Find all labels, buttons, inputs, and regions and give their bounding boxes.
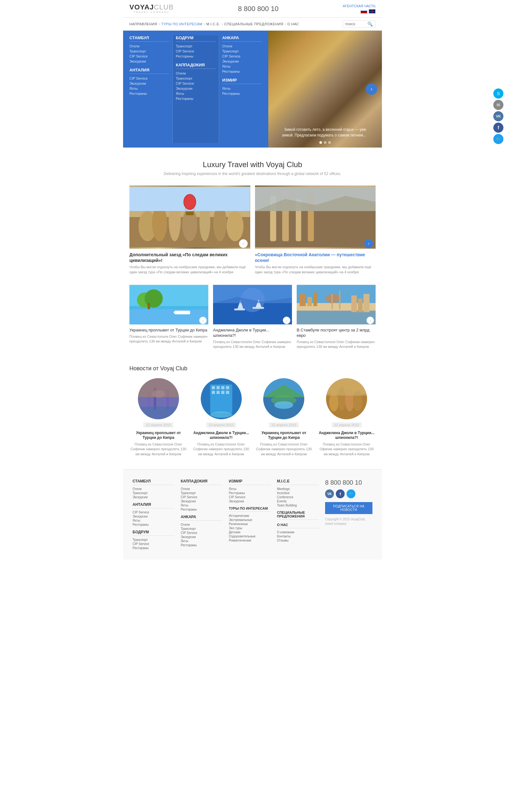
footer-link[interactable]: CIP Service bbox=[181, 531, 223, 535]
footer-link[interactable]: Яхты bbox=[181, 539, 223, 543]
news-card-2[interactable]: Анджелина Джоли в Турции... шпионила?! П… bbox=[213, 284, 292, 349]
dropdown-link[interactable]: CIP Service bbox=[176, 81, 215, 86]
footer-link[interactable]: Исторические bbox=[229, 514, 271, 518]
footer-link[interactable]: Экскурсии bbox=[229, 499, 271, 503]
dropdown-link[interactable]: Экскурсии bbox=[129, 81, 169, 86]
footer-link[interactable]: Эко туры bbox=[229, 526, 271, 530]
footer-link[interactable]: Events bbox=[277, 499, 319, 503]
dropdown-link[interactable]: Транспорт bbox=[176, 76, 215, 81]
footer-link[interactable]: Транспорт bbox=[133, 538, 175, 542]
footer-link[interactable]: Детские bbox=[229, 530, 271, 534]
footer-link[interactable]: О компании bbox=[277, 530, 319, 534]
voyaj-card-4[interactable]: 22 апреля 2015 Анджелина Джоли в Турции.… bbox=[318, 378, 376, 457]
dropdown-link[interactable]: Рестораны bbox=[222, 91, 262, 96]
dropdown-link[interactable]: Отели bbox=[222, 43, 262, 49]
nav-item-directions[interactable]: НАПРАВЛЕНИЯ bbox=[129, 22, 157, 26]
voyaj-card-2[interactable]: 22 апреля 2015 Анджелина Джоли в Турции.… bbox=[192, 378, 250, 457]
footer-link[interactable]: Meetings bbox=[277, 487, 319, 491]
news-arrow-2[interactable]: › bbox=[283, 317, 290, 324]
footer-link[interactable]: Incentive bbox=[277, 491, 319, 495]
footer-link[interactable]: Экскурсии bbox=[181, 499, 223, 503]
dropdown-link[interactable]: Транспорт bbox=[222, 49, 262, 54]
news-card-3[interactable]: В Стамбуле построят центр за 2 млрд евро… bbox=[297, 284, 376, 349]
dropdown-link[interactable]: Экскурсии bbox=[129, 59, 169, 64]
footer-link[interactable]: Рестораны bbox=[181, 543, 223, 547]
voyaj-card-3[interactable]: 22 апреля 2015 Украинец проплывет от Тур… bbox=[255, 378, 313, 457]
footer-link[interactable]: Отзывы bbox=[277, 539, 319, 543]
dot-2[interactable] bbox=[324, 141, 326, 144]
news-arrow-3[interactable]: › bbox=[366, 317, 374, 324]
agent-link[interactable]: АГЕНТСКАЯ ЧАСТЬ bbox=[343, 4, 376, 8]
dropdown-link[interactable]: CIP Service bbox=[129, 54, 169, 59]
footer-link[interactable]: Рестораны bbox=[133, 546, 175, 550]
dot-3[interactable] bbox=[328, 141, 331, 144]
nav-item-mice[interactable]: M.I.C.E. bbox=[206, 22, 220, 26]
footer-link[interactable]: Экскурсии bbox=[133, 514, 175, 518]
footer-link[interactable]: Экскурсии bbox=[133, 495, 175, 499]
featured-arrow-2[interactable]: › bbox=[364, 239, 373, 248]
footer-link[interactable]: Отели bbox=[133, 487, 175, 491]
footer-link[interactable]: Экскурсии bbox=[181, 535, 223, 539]
dropdown-link[interactable]: Рестораны bbox=[222, 69, 262, 74]
footer-link[interactable]: Рестораны bbox=[229, 491, 271, 495]
dropdown-link[interactable]: Яхты bbox=[222, 64, 262, 69]
footer-link[interactable]: CIP Service bbox=[133, 542, 175, 546]
dropdown-link[interactable]: Экскурсии bbox=[222, 59, 262, 64]
dropdown-link[interactable]: Транспорт bbox=[176, 43, 215, 49]
voyaj-card-1[interactable]: 22 апреля 2015 Украинец проплывет от Тур… bbox=[129, 378, 187, 457]
nav-item-special[interactable]: СПЕЦИАЛЬНЫЕ ПРЕДЛОЖЕНИЯ bbox=[224, 22, 284, 26]
search-icon[interactable]: 🔍 bbox=[367, 21, 373, 26]
logo[interactable]: VOYAJCLUB TRAVEL COMPANY bbox=[129, 4, 174, 14]
nav-item-about[interactable]: О НАС bbox=[287, 22, 299, 26]
footer-link[interactable]: Транспорт bbox=[181, 491, 223, 495]
dropdown-link[interactable]: Яхты bbox=[222, 86, 262, 91]
featured-arrow-1[interactable]: › bbox=[239, 239, 248, 248]
dropdown-link[interactable]: CIP Service bbox=[129, 76, 169, 81]
dropdown-link[interactable]: Транспорт bbox=[129, 49, 169, 54]
footer-link[interactable]: Рестораны bbox=[133, 523, 175, 527]
footer-link[interactable]: Яхты bbox=[133, 518, 175, 523]
footer-link[interactable]: Яхты bbox=[181, 503, 223, 507]
dropdown-link[interactable]: Рестораны bbox=[176, 54, 215, 59]
dropdown-link[interactable]: Экскурсии bbox=[176, 86, 215, 91]
subscribe-button[interactable]: ПОДПИСАТЬСЯ НА НОВОСТИ bbox=[325, 502, 372, 514]
dropdown-link[interactable]: Отели bbox=[129, 43, 169, 49]
dropdown-link[interactable]: Рестораны bbox=[129, 91, 169, 96]
flag-ru[interactable] bbox=[360, 9, 367, 14]
footer-link[interactable]: Отели bbox=[181, 487, 223, 491]
footer-link[interactable]: Conference bbox=[277, 495, 319, 499]
dropdown-link[interactable]: Рестораны bbox=[176, 96, 215, 101]
footer-link[interactable]: CIP Service bbox=[133, 510, 175, 514]
footer-link[interactable]: Отели bbox=[181, 523, 223, 527]
footer-link[interactable]: CIP Service bbox=[181, 495, 223, 499]
footer-link[interactable]: Религиозные bbox=[229, 522, 271, 526]
search-input[interactable] bbox=[345, 22, 367, 26]
footer-link[interactable]: Романтические bbox=[229, 539, 271, 543]
dot-1[interactable] bbox=[319, 141, 322, 144]
dropdown-link[interactable]: Яхты bbox=[129, 86, 169, 91]
dropdown-link[interactable]: CIP Service bbox=[222, 54, 262, 59]
footer-link[interactable]: Контакты bbox=[277, 534, 319, 539]
news-card-1[interactable]: Украинец проплывет от Турции до Кипра Пл… bbox=[129, 284, 208, 349]
footer-vk-icon[interactable]: VK bbox=[325, 489, 334, 498]
news-arrow-1[interactable]: › bbox=[199, 317, 207, 324]
footer-link[interactable]: Team Building bbox=[277, 503, 319, 507]
footer-link[interactable]: Экстремальные bbox=[229, 518, 271, 522]
search-box[interactable]: 🔍 bbox=[342, 20, 376, 28]
nav-item-tours[interactable]: ТУРЫ ПО ИНТЕРЕСАМ bbox=[161, 22, 203, 26]
featured-card-2[interactable]: «Сокровища Восточной Анатолии — путешест… bbox=[255, 186, 376, 274]
footer-link[interactable]: Транспорт bbox=[181, 527, 223, 531]
dropdown-link[interactable]: Яхты bbox=[176, 91, 215, 96]
dropdown-link[interactable]: CIP Service bbox=[176, 49, 215, 54]
dropdown-link[interactable]: Отели bbox=[176, 71, 215, 76]
footer-twitter-icon[interactable]: 🐦 bbox=[347, 489, 355, 498]
footer-link[interactable]: Яхты bbox=[229, 487, 271, 491]
footer-facebook-icon[interactable]: f bbox=[336, 489, 345, 498]
footer-link[interactable]: CIP Service bbox=[229, 495, 271, 499]
flag-en[interactable] bbox=[369, 9, 376, 14]
featured-title-2[interactable]: «Сокровища Восточной Анатолии — путешест… bbox=[255, 252, 376, 263]
hero-next-arrow[interactable]: › bbox=[366, 84, 377, 95]
featured-card-1[interactable]: Дополнительный заезд «По следам великих … bbox=[129, 186, 250, 274]
footer-link[interactable]: Транспорт bbox=[133, 491, 175, 495]
footer-link[interactable]: Оздоровительные bbox=[229, 534, 271, 539]
